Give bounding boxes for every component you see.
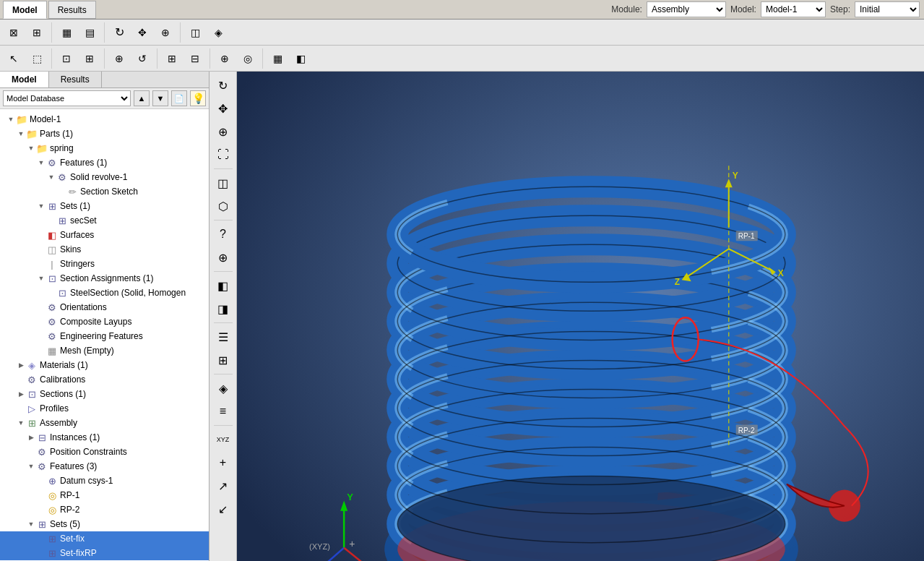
- tree-item-surfaces[interactable]: ◧Surfaces: [0, 228, 209, 242]
- tree-item-sections[interactable]: ▶⊡Sections (1): [0, 387, 209, 401]
- vp-odb-btn[interactable]: ◨: [212, 298, 234, 320]
- instance-btn[interactable]: ⊡: [56, 48, 77, 69]
- db-light-btn[interactable]: 💡: [190, 90, 206, 106]
- tree-item-skins[interactable]: ◫Skins: [0, 242, 209, 257]
- svg-text:Z: Z: [675, 277, 680, 287]
- viewport-toolbar: ↻ ✥ ⊕ ⛶ ◫ ⬡ ? ⊕ ◧ ◨ ☰ ⊞ ◈ ≡ XYZ + ↗ ↙: [210, 72, 237, 561]
- tree-item-materials[interactable]: ▶◈Materials (1): [0, 358, 209, 372]
- tree-item-engineering-features[interactable]: ⚙Engineering Features: [0, 329, 209, 343]
- tree-item-spring[interactable]: ▼📁spring: [0, 141, 209, 155]
- tree-item-orientations[interactable]: ⚙Orientations: [0, 300, 209, 314]
- sep3: [180, 22, 181, 43]
- tree-item-section-sketch[interactable]: ✏Section Sketch: [0, 184, 209, 199]
- vp-arrow2-btn[interactable]: ↗: [212, 475, 234, 497]
- vp-view2-btn[interactable]: ⬡: [212, 195, 234, 217]
- cs-btn[interactable]: ⊕: [214, 48, 236, 69]
- tree-item-features[interactable]: ▼⚙Features (1): [0, 155, 209, 170]
- display-options-btn[interactable]: ◫: [184, 22, 206, 43]
- svg-text:X: X: [778, 268, 784, 278]
- vp-view1-btn[interactable]: ◫: [212, 172, 234, 194]
- tree-item-section-assignments[interactable]: ▼⊡Section Assignments (1): [0, 271, 209, 286]
- vp-arrow3-btn[interactable]: ↙: [212, 498, 234, 520]
- tree-root-item[interactable]: ▼📁Model-1: [0, 112, 209, 127]
- step-label: Step:: [830, 4, 850, 14]
- vp-display-btn[interactable]: ◧: [212, 275, 234, 296]
- tree-item-datum-csys[interactable]: ⊕Datum csys-1: [0, 474, 209, 488]
- seed-edges-btn[interactable]: ⊞: [26, 22, 48, 43]
- merge-btn[interactable]: ⊞: [161, 48, 183, 69]
- vp-super-btn[interactable]: ⊞: [212, 349, 234, 371]
- vp-sep2: [214, 220, 233, 220]
- vp-annot-btn[interactable]: ☰: [212, 326, 234, 348]
- panel-tab-results[interactable]: Results: [49, 72, 102, 87]
- model-label: Model:: [730, 4, 756, 14]
- tab-model[interactable]: Model: [3, 1, 47, 19]
- sep6: [157, 48, 157, 69]
- arrow-btn[interactable]: ↖: [3, 48, 25, 69]
- vp-sep5: [214, 374, 233, 374]
- tree-item-calibrations[interactable]: ⚙Calibrations: [0, 372, 209, 387]
- translate-btn[interactable]: ⊕: [108, 48, 130, 69]
- tree-item-set-fix[interactable]: ⊞Set-fix: [0, 531, 209, 546]
- cut-btn[interactable]: ⊟: [184, 48, 206, 69]
- seed-part-btn[interactable]: ⊠: [3, 22, 25, 43]
- surface2-btn[interactable]: ◧: [290, 48, 311, 69]
- tree-item-mesh[interactable]: ▦Mesh (Empty): [0, 343, 209, 358]
- vp-zoom-btn[interactable]: ⊕: [212, 121, 234, 142]
- vp-xyz-btn[interactable]: XYZ: [212, 429, 234, 450]
- tree-item-instances[interactable]: ▶⊟Instances (1): [0, 430, 209, 445]
- model-select[interactable]: Model-1: [761, 1, 826, 17]
- vp-query-btn[interactable]: ?: [212, 223, 234, 245]
- vp-datum-btn[interactable]: ⊕: [212, 247, 234, 268]
- tree-item-asm-sets[interactable]: ▼⊞Sets (5): [0, 517, 209, 531]
- set-btn[interactable]: ▦: [267, 48, 288, 69]
- vp-sep1: [214, 168, 233, 169]
- panel-tab-model[interactable]: Model: [0, 72, 49, 87]
- view-pan-btn[interactable]: ✥: [131, 22, 153, 43]
- vp-sep6: [214, 425, 233, 426]
- vp-render-btn[interactable]: ◈: [212, 377, 234, 399]
- vp-pan-btn[interactable]: ✥: [212, 98, 234, 119]
- rotate2-btn[interactable]: ↺: [131, 48, 153, 69]
- sep1: [51, 22, 52, 43]
- tree-item-profiles[interactable]: ▷Profiles: [0, 401, 209, 416]
- vp-rotate-btn[interactable]: ↻: [212, 74, 234, 96]
- model-db-select[interactable]: Model Database: [3, 90, 131, 106]
- tree-item-position-constraints[interactable]: ⚙Position Constraints: [0, 445, 209, 459]
- tab-results[interactable]: Results: [48, 1, 96, 19]
- view-zoom-btn[interactable]: ⊕: [155, 22, 176, 43]
- rp-btn[interactable]: ◎: [237, 48, 259, 69]
- tree-item-steelsection[interactable]: ⊡SteelSection (Solid, Homogen: [0, 286, 209, 300]
- panel-tabs: Model Results: [0, 72, 209, 88]
- mesh-part-btn[interactable]: ▦: [56, 22, 77, 43]
- vp-options-btn[interactable]: ≡: [212, 401, 234, 422]
- tree-item-composite-layups[interactable]: ⚙Composite Layups: [0, 314, 209, 329]
- tree-item-rp2[interactable]: ◎RP-2: [0, 502, 209, 517]
- mesh-region-btn[interactable]: ▤: [79, 22, 100, 43]
- position-btn[interactable]: ⊞: [79, 48, 100, 69]
- select-btn[interactable]: ⬚: [26, 48, 48, 69]
- db-up-btn[interactable]: ▲: [134, 90, 150, 106]
- tree-item-stringers[interactable]: |Stringers: [0, 257, 209, 271]
- tree-item-sets[interactable]: ▼⊞Sets (1): [0, 199, 209, 213]
- db-down-btn[interactable]: ▼: [152, 90, 168, 106]
- vp-cs2-btn[interactable]: +: [212, 452, 234, 474]
- svg-text:RP-2: RP-2: [738, 427, 755, 434]
- render-style-btn[interactable]: ◈: [207, 22, 229, 43]
- sep8: [262, 48, 263, 69]
- tree-item-secSet[interactable]: ⊞secSet: [0, 213, 209, 228]
- db-new-btn[interactable]: 📄: [171, 90, 187, 106]
- step-select[interactable]: Initial: [855, 1, 920, 17]
- tree-item-set-fixRP[interactable]: ⊞Set-fixRP: [0, 546, 209, 560]
- spring-model: RP-1 RP-2 Y Z X Y Z: [237, 72, 924, 561]
- tree-item-rp1[interactable]: ◎RP-1: [0, 488, 209, 502]
- panel-controls: Model Database ▲ ▼ 📄 💡: [0, 88, 209, 109]
- vp-sep3: [214, 271, 233, 272]
- module-select[interactable]: Assembly: [647, 1, 726, 17]
- tree-item-parts[interactable]: ▼📁Parts (1): [0, 127, 209, 141]
- tree-item-asm-features[interactable]: ▼⚙Features (3): [0, 459, 209, 474]
- vp-fit-btn[interactable]: ⛶: [212, 144, 234, 166]
- tree-item-solid-revolve[interactable]: ▼⚙Solid revolve-1: [0, 170, 209, 184]
- tree-item-assembly[interactable]: ▼⊞Assembly: [0, 416, 209, 430]
- view-rotate-btn[interactable]: ↻: [108, 22, 130, 43]
